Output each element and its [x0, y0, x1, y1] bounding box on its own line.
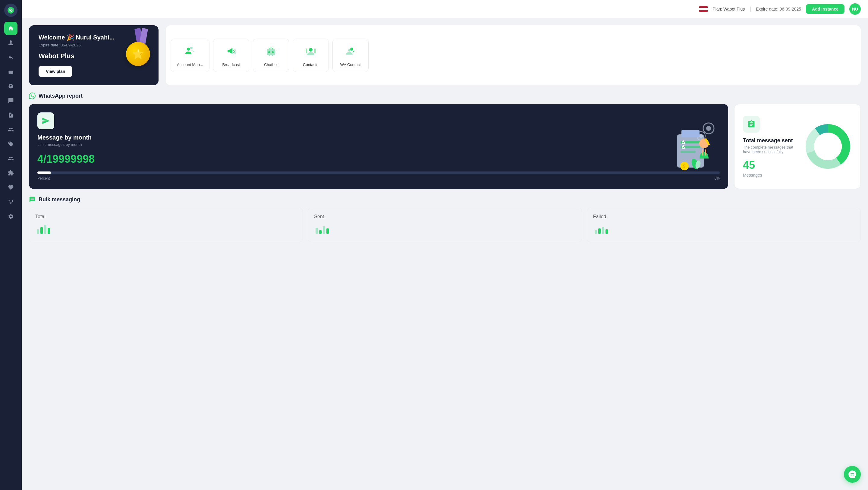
sidebar-item-bot[interactable] [4, 65, 18, 78]
view-plan-button[interactable]: View plan [38, 66, 72, 77]
bulk-sent-label: Sent [314, 214, 329, 219]
broadcast-icon [223, 44, 239, 59]
sidebar-item-user[interactable] [4, 36, 18, 50]
bulk-section-header: Bulk messaging [29, 196, 861, 203]
quick-link-wa-contact[interactable]: WA Contact [333, 38, 369, 72]
message-month-count: 4/19999998 [37, 153, 720, 165]
divider: | [749, 6, 751, 12]
total-sent-title: Total message sent [743, 137, 798, 144]
welcome-card: ⭐ Welcome 🎉 Nurul Syahi... Expire date: … [29, 25, 158, 85]
svg-point-17 [309, 48, 313, 52]
svg-rect-51 [319, 230, 321, 234]
sidebar-item-settings[interactable] [4, 210, 18, 223]
sidebar-item-heart[interactable] [4, 181, 18, 194]
expire-label: Expire date: 06-09-2025 [756, 7, 801, 11]
svg-rect-30 [681, 151, 695, 153]
chat-support-button[interactable] [844, 466, 861, 483]
sidebar-item-home[interactable] [4, 22, 18, 35]
sidebar-item-contacts[interactable] [4, 123, 18, 136]
svg-point-11 [190, 47, 193, 49]
message-month-subtitle: Limit messages by month [37, 142, 720, 147]
chatbot-label: Chatbot [264, 62, 278, 67]
progress-labels: Percent 0% [37, 176, 720, 181]
svg-rect-12 [267, 49, 275, 55]
svg-rect-46 [37, 229, 39, 234]
wa-contact-label: WA Contact [340, 62, 361, 67]
bulk-card-failed: Failed [587, 208, 861, 242]
svg-point-23 [706, 126, 711, 131]
svg-point-3 [10, 72, 10, 73]
illustration: $ [662, 119, 722, 174]
svg-rect-2 [9, 71, 13, 74]
svg-point-21 [348, 49, 350, 52]
account-man-icon [182, 44, 198, 59]
svg-rect-34 [702, 150, 703, 155]
whatsapp-report-section: WhatsApp report Message by month Limit m… [29, 93, 861, 189]
bulk-card-total: Total [29, 208, 303, 242]
svg-rect-19 [314, 49, 315, 53]
sidebar-item-flow[interactable] [4, 195, 18, 209]
quick-link-broadcast[interactable]: Broadcast [213, 38, 249, 72]
broadcast-label: Broadcast [222, 62, 240, 67]
svg-point-45 [814, 132, 842, 160]
svg-rect-48 [44, 225, 46, 234]
sidebar-item-team[interactable] [4, 152, 18, 165]
svg-rect-16 [272, 55, 273, 56]
whatsapp-section-title: WhatsApp report [38, 93, 83, 99]
sidebar-item-broadcast[interactable] [4, 80, 18, 93]
svg-rect-6 [11, 73, 12, 74]
svg-point-20 [350, 48, 353, 51]
app-logo[interactable] [4, 4, 18, 17]
plan-label: Plan: Wabot Plus [712, 7, 745, 11]
quick-link-chatbot[interactable]: Chatbot [253, 38, 289, 72]
svg-rect-57 [606, 229, 608, 234]
contacts-icon [303, 44, 318, 59]
message-icon-box [37, 113, 54, 129]
svg-rect-52 [323, 226, 325, 234]
report-row: Message by month Limit messages by month… [29, 104, 861, 189]
svg-rect-55 [598, 228, 601, 234]
bulk-sent-value [314, 222, 329, 236]
sidebar-item-reply[interactable] [4, 51, 18, 64]
sidebar [0, 0, 22, 490]
progress-bar-container [37, 172, 720, 174]
svg-rect-18 [306, 49, 307, 53]
svg-point-14 [272, 51, 274, 53]
svg-rect-53 [327, 228, 329, 234]
bulk-total-label: Total [35, 214, 50, 219]
whatsapp-icon [29, 93, 36, 99]
total-sent-subtitle: The complete messages that have been suc… [743, 145, 798, 154]
topbar: Plan: Wabot Plus | Expire date: 06-09-20… [22, 0, 868, 18]
medal-star-icon: ⭐ [132, 48, 144, 60]
sidebar-item-plugin[interactable] [4, 166, 18, 180]
quick-link-contacts[interactable]: Contacts [293, 38, 329, 72]
sidebar-item-tag[interactable] [4, 137, 18, 151]
bulk-total-value [35, 222, 50, 236]
svg-point-1 [10, 10, 11, 11]
message-month-title: Message by month [37, 134, 720, 141]
svg-point-8 [12, 200, 13, 201]
account-man-label: Account Man... [177, 62, 203, 67]
whatsapp-section-header: WhatsApp report [29, 93, 861, 99]
page-body: ⭐ Welcome 🎉 Nurul Syahi... Expire date: … [22, 18, 868, 490]
progress-bar-fill [37, 172, 51, 174]
svg-rect-50 [315, 228, 318, 234]
svg-rect-49 [48, 228, 50, 234]
total-sent-card: Total message sent The complete messages… [734, 104, 861, 189]
add-instance-button[interactable]: Add Instance [806, 4, 844, 14]
svg-point-4 [11, 72, 12, 73]
svg-rect-5 [10, 73, 10, 74]
svg-rect-35 [705, 150, 706, 155]
quick-links: Account Man... Broadcast [166, 25, 861, 85]
chatbot-icon [263, 44, 279, 59]
sidebar-item-export[interactable] [4, 109, 18, 122]
wa-contact-icon [343, 44, 358, 59]
total-icon-box [743, 116, 760, 132]
svg-rect-56 [602, 227, 604, 234]
avatar[interactable]: NU [849, 3, 861, 15]
svg-rect-15 [269, 55, 270, 56]
send-icon [41, 117, 50, 125]
quick-link-account-man[interactable]: Account Man... [170, 38, 210, 72]
sidebar-item-chat[interactable] [4, 94, 18, 107]
svg-rect-54 [595, 230, 597, 234]
